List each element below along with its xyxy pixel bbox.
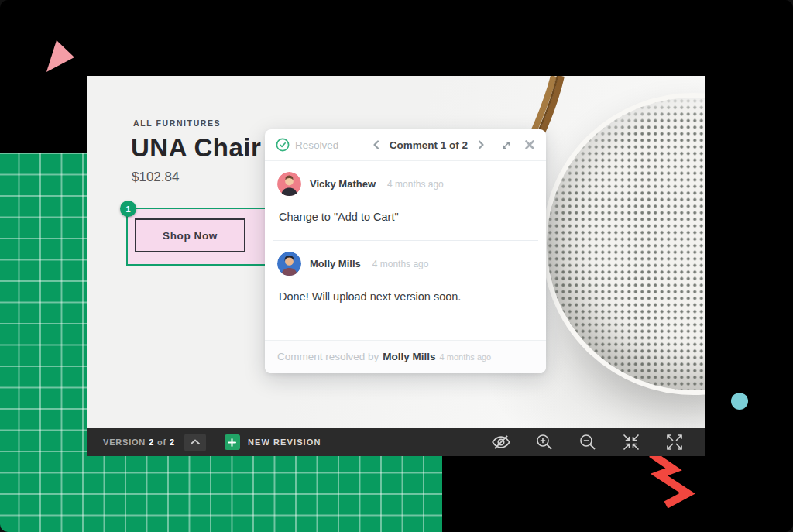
- version-menu-toggle[interactable]: [184, 434, 206, 451]
- chevron-up-icon: [190, 439, 201, 445]
- cyan-dot-decoration: [731, 393, 748, 410]
- version-current: 2: [149, 438, 154, 447]
- comment-item: Molly Mills 4 months ago Done! Will uplo…: [265, 241, 546, 340]
- avatar-molly-mills: [277, 252, 301, 276]
- comment-item: Vicky Mathew 4 months ago Change to "Add…: [265, 161, 546, 240]
- close-panel-button[interactable]: [524, 139, 535, 150]
- comment-author: Vicky Mathew: [310, 178, 376, 190]
- chevron-right-icon: [475, 139, 486, 150]
- resolved-by-author: Molly Mills: [383, 351, 435, 362]
- avatar-vicky-mathew: [277, 172, 301, 196]
- version-prefix: VERSION: [103, 438, 146, 447]
- product-price: $102.84: [132, 170, 179, 185]
- bottom-toolbar: VERSION 2 of 2 NEW REVISION: [87, 428, 705, 456]
- previous-comment-button[interactable]: [371, 139, 382, 150]
- new-revision-label: NEW REVISION: [248, 438, 321, 447]
- comment-panel-header: Resolved Comment 1 of 2: [265, 129, 546, 161]
- close-icon: [524, 139, 535, 150]
- viewer-tools: [491, 432, 685, 452]
- pink-triangle-decoration: [46, 40, 74, 72]
- hide-comments-icon: [491, 432, 511, 452]
- resolved-status: Resolved: [276, 138, 338, 152]
- comment-author-row: Molly Mills 4 months ago: [277, 252, 534, 276]
- next-comment-button[interactable]: [475, 139, 486, 150]
- fullscreen-icon: [665, 433, 684, 451]
- comment-pager: Comment 1 of 2: [371, 139, 486, 151]
- comment-pager-label: Comment 1 of 2: [390, 139, 468, 151]
- new-revision-action[interactable]: NEW REVISION: [225, 434, 321, 450]
- comment-timestamp: 4 months ago: [372, 259, 429, 269]
- version-of: of: [157, 438, 166, 447]
- comment-spacer: [277, 317, 534, 337]
- resolved-status-label: Resolved: [295, 139, 338, 151]
- expand-panel-button[interactable]: [500, 139, 512, 151]
- comment-author: Molly Mills: [310, 258, 361, 269]
- add-revision-button[interactable]: [225, 434, 240, 450]
- app-window: ALL FURNITURES UNA Chair $102.84 Shop No…: [0, 0, 793, 532]
- shop-now-button[interactable]: Shop Now: [135, 218, 245, 252]
- zoom-out-button[interactable]: [578, 432, 598, 452]
- resolved-by-time: 4 months ago: [440, 352, 492, 362]
- zoom-in-icon: [535, 433, 554, 451]
- comment-author-row: Vicky Mathew 4 months ago: [277, 172, 534, 196]
- chevron-left-icon: [371, 139, 382, 150]
- fit-screen-icon: [622, 433, 640, 451]
- zoom-in-button[interactable]: [534, 432, 554, 452]
- fullscreen-button[interactable]: [664, 432, 685, 452]
- zoom-out-icon: [578, 433, 597, 451]
- comment-resolved-footer: Comment resolved by Molly Mills 4 months…: [265, 340, 546, 373]
- fit-screen-button[interactable]: [621, 432, 641, 452]
- version-total: 2: [170, 438, 175, 447]
- category-label: ALL FURNITURES: [133, 118, 221, 128]
- comment-marker-1[interactable]: 1: [120, 201, 136, 217]
- resolved-by-prefix: Comment resolved by: [277, 351, 379, 362]
- product-title: UNA Chair: [131, 133, 261, 163]
- plus-icon: [228, 438, 236, 447]
- diagonal-expand-icon: [500, 139, 512, 151]
- version-indicator: VERSION 2 of 2: [103, 438, 175, 447]
- hide-comments-button[interactable]: [491, 432, 511, 452]
- red-zigzag-decoration: [651, 454, 688, 505]
- resolved-check-icon: [276, 138, 290, 152]
- comment-panel: Resolved Comment 1 of 2: [265, 129, 546, 373]
- comment-timestamp: 4 months ago: [387, 179, 444, 190]
- comment-text: Change to "Add to Cart": [277, 196, 534, 237]
- comment-text: Done! Will upload next version soon.: [277, 276, 534, 317]
